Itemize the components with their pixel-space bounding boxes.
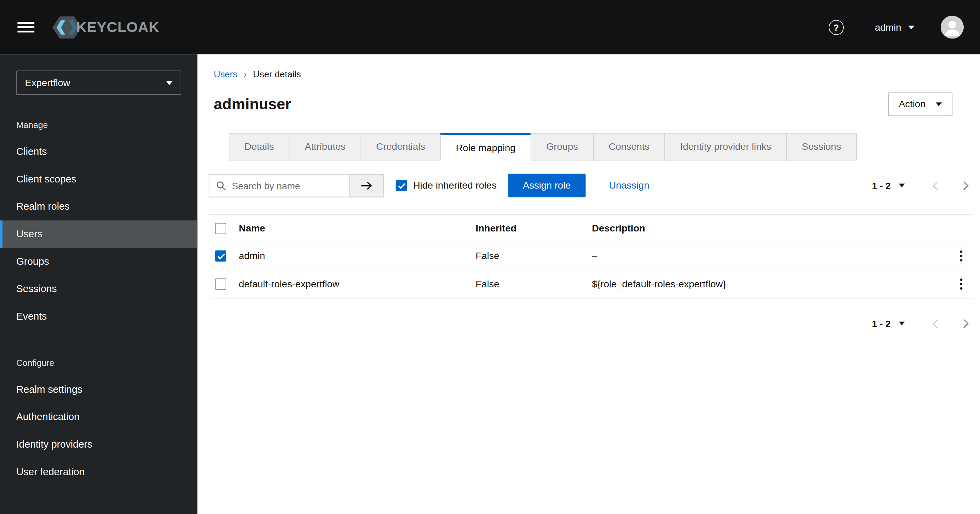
cell-name: admin: [239, 251, 476, 262]
column-header-description: Description: [592, 223, 950, 234]
role-mapping-table: Name Inherited Description admin False –: [209, 214, 972, 298]
sidebar-item-clients[interactable]: Clients: [0, 138, 197, 165]
pagination-prev-button[interactable]: [932, 181, 939, 190]
assign-role-button[interactable]: Assign role: [508, 174, 586, 197]
sidebar-item-client-scopes[interactable]: Client scopes: [0, 165, 197, 193]
cell-name: default-roles-expertflow: [239, 278, 476, 290]
pagination-next-button[interactable]: [963, 319, 969, 328]
tab-role-mapping[interactable]: Role mapping: [440, 133, 531, 161]
unassign-link[interactable]: Unassign: [609, 180, 649, 191]
sidebar: Expertflow Manage Clients Client scopes …: [0, 54, 197, 514]
kebab-icon: [960, 251, 962, 262]
sidebar-item-label: User federation: [16, 466, 85, 478]
hide-inherited-toggle[interactable]: Hide inherited roles: [396, 180, 496, 191]
user-menu-dropdown[interactable]: admin: [875, 21, 914, 33]
chevron-down-icon: [899, 322, 905, 325]
tab-label: Consents: [609, 141, 649, 152]
chevron-down-icon: [908, 25, 914, 29]
pagination-range-dropdown[interactable]: 1 - 2: [872, 318, 905, 329]
pagination-next-button[interactable]: [963, 181, 969, 190]
search-icon: [216, 181, 226, 190]
app-viewport: KEYCLOAK ? admin Expertflow: [0, 0, 980, 514]
column-header-name: Name: [239, 223, 476, 234]
sidebar-item-label: Realm roles: [16, 201, 70, 213]
bottom-pagination-row: 1 - 2: [197, 311, 969, 336]
page-layout: Expertflow Manage Clients Client scopes …: [0, 54, 980, 514]
tab-credentials[interactable]: Credentials: [361, 133, 441, 161]
breadcrumb-separator-icon: ›: [243, 69, 247, 79]
sidebar-item-label: Identity providers: [16, 439, 92, 450]
breadcrumb: Users › User details: [214, 69, 980, 79]
nav-section-title-manage: Manage: [16, 120, 197, 130]
select-all-checkbox[interactable]: [215, 223, 226, 234]
cell-inherited: False: [476, 278, 592, 290]
row-checkbox[interactable]: [215, 251, 226, 262]
sidebar-item-label: Authentication: [16, 411, 80, 423]
row-select-cell: [209, 278, 239, 290]
title-row: adminuser Action: [214, 92, 952, 117]
help-icon[interactable]: ?: [829, 20, 844, 35]
sidebar-item-label: Client scopes: [16, 174, 76, 185]
main-content: Users › User details adminuser Action De…: [197, 54, 980, 514]
row-checkbox[interactable]: [215, 278, 226, 290]
sidebar-item-users[interactable]: Users: [0, 220, 197, 248]
sidebar-item-groups[interactable]: Groups: [0, 248, 197, 275]
cell-description: –: [592, 251, 950, 262]
table-row: default-roles-expertflow False ${role_de…: [209, 270, 972, 298]
tab-label: Credentials: [376, 141, 425, 152]
tab-label: Groups: [546, 141, 578, 152]
hide-inherited-checkbox[interactable]: [396, 180, 407, 191]
chevron-left-icon: [932, 319, 939, 328]
tab-attributes[interactable]: Attributes: [289, 133, 361, 161]
avatar: [940, 16, 964, 39]
tab-label: Sessions: [802, 141, 841, 152]
table-header-row: Name Inherited Description: [209, 214, 972, 242]
sidebar-item-sessions[interactable]: Sessions: [0, 275, 197, 303]
avatar-placeholder-icon: [940, 16, 964, 39]
sidebar-item-user-federation[interactable]: User federation: [0, 458, 197, 486]
keycloak-logo[interactable]: KEYCLOAK: [52, 16, 159, 38]
masthead: KEYCLOAK ? admin: [0, 0, 980, 54]
nav-section-title-configure: Configure: [16, 358, 197, 368]
table-row: admin False –: [209, 242, 972, 271]
tab-label: Details: [244, 141, 274, 152]
pagination-range-label: 1 - 2: [872, 180, 891, 190]
tab-label: Attributes: [305, 141, 345, 152]
tab-sessions[interactable]: Sessions: [786, 133, 857, 161]
breadcrumb-link-users[interactable]: Users: [214, 69, 237, 79]
username-label: admin: [875, 21, 901, 33]
realm-selector-label: Expertflow: [25, 77, 70, 89]
sidebar-item-realm-settings[interactable]: Realm settings: [0, 376, 197, 403]
roles-toolbar: Hide inherited roles Assign role Unassig…: [209, 174, 969, 197]
tab-details[interactable]: Details: [229, 133, 290, 161]
cell-description: ${role_default-roles-expertflow}: [592, 278, 950, 290]
tab-consents[interactable]: Consents: [593, 133, 665, 161]
sidebar-item-identity-providers[interactable]: Identity providers: [0, 431, 197, 458]
search-group: [209, 174, 384, 197]
column-header-inherited: Inherited: [476, 223, 592, 234]
brand-text: KEYCLOAK: [76, 19, 159, 36]
realm-selector[interactable]: Expertflow: [16, 70, 181, 95]
hamburger-icon: [17, 22, 34, 32]
row-actions-kebab[interactable]: [950, 242, 972, 270]
pagination-range-dropdown[interactable]: 1 - 2: [872, 180, 905, 190]
sidebar-item-events[interactable]: Events: [0, 303, 197, 330]
pagination-range-label: 1 - 2: [872, 318, 891, 329]
sidebar-item-realm-roles[interactable]: Realm roles: [0, 193, 197, 221]
pagination-top: 1 - 2: [872, 180, 969, 190]
pagination-prev-button[interactable]: [932, 319, 939, 328]
tab-label: Role mapping: [456, 142, 515, 153]
sidebar-item-authentication[interactable]: Authentication: [0, 403, 197, 431]
tab-groups[interactable]: Groups: [531, 133, 593, 161]
chevron-left-icon: [932, 181, 939, 190]
chevron-right-icon: [963, 319, 969, 328]
row-actions-kebab[interactable]: [950, 270, 972, 298]
sidebar-item-label: Realm settings: [16, 384, 83, 395]
sidebar-item-label: Clients: [16, 146, 47, 157]
search-input[interactable]: [209, 174, 350, 197]
tab-identity-provider-links[interactable]: Identity provider links: [665, 133, 787, 161]
search-submit-button[interactable]: [350, 174, 384, 197]
action-dropdown-button[interactable]: Action: [888, 92, 952, 116]
sidebar-item-label: Groups: [16, 256, 49, 267]
nav-toggle-button[interactable]: [16, 21, 35, 33]
